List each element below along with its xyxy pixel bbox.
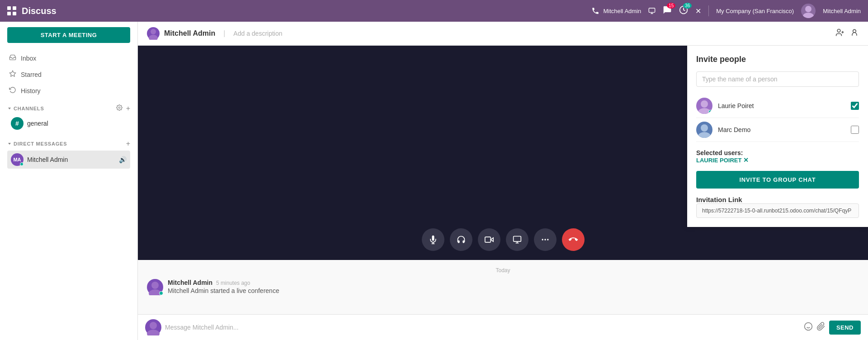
message-time: 5 minutes ago [216, 280, 250, 286]
svg-point-38 [547, 239, 548, 240]
laurie-tag-label: LAURIE POIRET [696, 157, 741, 164]
svg-rect-3 [13, 12, 16, 15]
svg-point-47 [805, 322, 812, 330]
clock-badge-group[interactable]: 36 [679, 5, 688, 16]
chat-header-sep: | [223, 29, 225, 38]
monitor-icon[interactable] [648, 7, 656, 14]
chat-header-actions [835, 28, 859, 39]
svg-point-6 [805, 6, 811, 12]
channels-title[interactable]: CHANNELS [7, 106, 44, 111]
invite-users-list: Laurie Poiret Marc Demo [696, 94, 859, 142]
sidebar: START A MEETING Inbox Starred History [0, 22, 138, 340]
svg-rect-4 [649, 8, 655, 12]
topbar: Discuss Mitchell Admin 15 36 ✕ My Compan… [0, 0, 868, 22]
svg-rect-0 [7, 6, 11, 10]
svg-marker-8 [9, 71, 15, 76]
svg-point-41 [701, 124, 708, 132]
laurie-name: Laurie Poiret [718, 102, 845, 109]
invitation-link-section: Invitation Link [696, 196, 859, 218]
svg-rect-32 [485, 237, 491, 242]
sidebar-item-starred[interactable]: Starred [0, 66, 137, 83]
start-meeting-button[interactable]: START A MEETING [7, 27, 130, 43]
channel-name: general [27, 120, 48, 127]
screen-share-button[interactable] [506, 228, 528, 251]
svg-point-42 [698, 132, 711, 138]
message-avatar [147, 279, 163, 295]
star-icon [9, 70, 16, 79]
svg-point-7 [803, 13, 814, 18]
invite-to-group-button[interactable]: INVITE TO GROUP CHAT [696, 171, 859, 189]
svg-point-46 [147, 330, 160, 335]
svg-point-12 [151, 29, 156, 34]
laurie-tag: LAURIE POIRET ✕ [696, 156, 749, 164]
chat-header-avatar [147, 27, 160, 40]
svg-marker-11 [8, 143, 11, 145]
selected-tags: LAURIE POIRET ✕ [696, 156, 859, 164]
svg-marker-9 [8, 108, 11, 109]
dm-title[interactable]: DIRECT MESSAGES [7, 141, 67, 146]
channels-section: CHANNELS + # general [0, 101, 137, 136]
dm-item-mitchell[interactable]: MA Mitchell Admin 🔊 [7, 151, 130, 169]
close-icon[interactable]: ✕ [695, 7, 701, 15]
marc-avatar [696, 122, 712, 138]
headphones-button[interactable] [450, 228, 472, 251]
chat-header: Mitchell Admin | Add a description [138, 22, 868, 46]
hangup-button[interactable] [562, 228, 585, 251]
date-divider: Today [147, 267, 859, 274]
send-button[interactable]: SEND [829, 321, 861, 335]
user-avatar[interactable] [801, 4, 816, 18]
message-input[interactable] [165, 324, 800, 331]
message-text: Mitchell Admin started a live conference [168, 287, 859, 294]
chat-messages: Today Mitchell Admin 5 minutes ago Mitch… [138, 260, 868, 314]
mic-button[interactable] [422, 228, 444, 251]
sidebar-item-history[interactable]: History [0, 83, 137, 99]
app-title: Discuss [22, 6, 57, 16]
channel-icon: # [11, 117, 24, 130]
camera-button[interactable] [478, 228, 500, 251]
direct-messages-section: DIRECT MESSAGES + MA Mitchell Admin 🔊 [0, 136, 137, 172]
history-label: History [21, 87, 41, 94]
add-people-button[interactable] [835, 28, 844, 39]
dm-avatar: MA [11, 153, 24, 166]
channels-settings-button[interactable] [116, 104, 123, 113]
invite-user-marc: Marc Demo [696, 118, 859, 142]
marc-checkbox[interactable] [851, 126, 859, 134]
selected-users-area: Selected users: LAURIE POIRET ✕ [696, 149, 859, 164]
apps-menu-icon[interactable] [7, 6, 16, 15]
emoji-button[interactable] [804, 322, 813, 333]
laurie-tag-remove[interactable]: ✕ [743, 156, 749, 164]
invite-search-input[interactable] [696, 71, 859, 87]
messages-badge-group[interactable]: 15 [663, 5, 672, 16]
muted-icon: 🔊 [119, 156, 127, 163]
svg-rect-33 [513, 236, 521, 242]
channel-item-general[interactable]: # general [7, 114, 130, 132]
more-options-button[interactable] [534, 228, 557, 251]
input-avatar [145, 319, 161, 335]
svg-rect-2 [7, 12, 11, 15]
invitation-link-label: Invitation Link [696, 196, 859, 203]
svg-point-10 [118, 107, 120, 109]
main-content: Mitchell Admin | Add a description A new… [138, 22, 868, 340]
phone-label: Mitchell Admin [603, 8, 641, 14]
svg-point-43 [151, 282, 159, 289]
message-sender: Mitchell Admin [168, 279, 212, 286]
svg-point-17 [853, 29, 856, 33]
settings-button[interactable] [850, 28, 859, 39]
table-row: Mitchell Admin 5 minutes ago Mitchell Ad… [147, 279, 859, 295]
attachment-button[interactable] [816, 322, 826, 333]
phone-icon-group[interactable]: Mitchell Admin [591, 7, 641, 15]
dm-add-button[interactable]: + [126, 140, 130, 148]
topbar-divider [708, 5, 709, 16]
chat-header-name: Mitchell Admin [164, 29, 215, 38]
marc-name: Marc Demo [718, 126, 845, 133]
history-icon [9, 86, 16, 95]
invitation-link-input[interactable] [696, 203, 859, 218]
call-controls [422, 228, 585, 251]
online-indicator [20, 162, 24, 166]
laurie-checkbox[interactable] [851, 102, 859, 110]
sidebar-item-inbox[interactable]: Inbox [0, 50, 137, 66]
message-input-actions: SEND [804, 321, 861, 335]
chat-header-description[interactable]: Add a description [233, 30, 282, 37]
channels-add-button[interactable]: + [126, 104, 130, 113]
laurie-online-dot [708, 110, 712, 114]
